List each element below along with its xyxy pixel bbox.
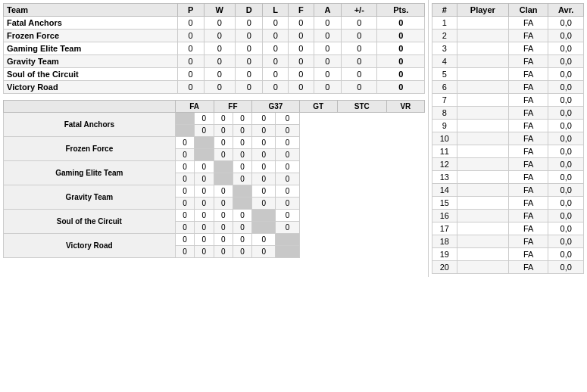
player-num: 17 [432,222,457,235]
standings-a: 0 [314,55,341,68]
matrix-cell: 0 [175,161,194,173]
player-header-avr: Avr. [548,4,584,17]
player-clan: FA [508,184,548,197]
player-num: 7 [432,94,457,107]
main-container: Team P W D L F A +/- Pts. Fatal Anchors … [0,0,587,277]
player-header-clan: Clan [508,4,548,17]
standings-a: 0 [314,42,341,55]
player-name [457,222,508,235]
matrix-cell: 0 [252,185,276,198]
player-name [457,120,508,132]
matrix-row: Victory Road00000 [4,234,425,246]
standings-w: 0 [204,30,236,42]
player-clan: FA [508,210,548,222]
matrix-cell [233,185,251,198]
matrix-cell [276,234,299,246]
player-clan: FA [508,145,548,158]
matrix-cell: 0 [233,137,251,149]
player-num: 13 [432,171,457,184]
player-name [457,42,508,55]
player-row: 20 FA 0,0 [432,261,584,274]
player-row: 11 FA 0,0 [432,145,584,158]
standings-a: 0 [314,81,341,94]
player-name [457,248,508,261]
standings-f: 0 [289,30,314,42]
matrix-cell: 0 [276,125,299,137]
matrix-col-header: STC [337,101,386,113]
matrix-cell [195,137,214,149]
player-num: 19 [432,248,457,261]
matrix-cell: 0 [252,149,276,161]
player-avr: 0,0 [548,171,584,184]
matrix-row: Soul of the Circuit00000 [4,210,425,222]
matrix-cell: 0 [252,113,276,125]
matrix-cell: 0 [195,246,214,258]
player-avr: 0,0 [548,158,584,171]
player-row: 1 FA 0,0 [432,17,584,30]
matrix-row: Gaming Elite Team00000 [4,161,425,173]
player-num: 20 [432,261,457,274]
standings-w: 0 [204,68,236,81]
matrix-cell: 0 [175,149,194,161]
player-clan: FA [508,68,548,81]
standings-team-name: Soul of the Circuit [4,68,178,81]
player-clan: FA [508,30,548,42]
player-avr: 0,0 [548,94,584,107]
standings-pts: 0 [377,42,425,55]
standings-l: 0 [263,17,289,30]
player-num: 1 [432,17,457,30]
matrix-cell: 0 [252,246,276,258]
matrix-cell [252,210,276,222]
standings-p: 0 [177,17,204,30]
player-num: 11 [432,145,457,158]
matrix-col-header: FF [214,101,252,113]
player-row: 10 FA 0,0 [432,132,584,145]
standings-pts: 0 [377,17,425,30]
matrix-row: Fatal Anchors00000 [4,113,425,125]
player-name [457,145,508,158]
right-panel: # Player Clan Avr. 1 FA 0,0 2 FA 0,0 3 F… [428,0,587,277]
player-num: 2 [432,30,457,42]
player-avr: 0,0 [548,42,584,55]
standings-l: 0 [263,30,289,42]
standings-header-l: L [263,4,289,17]
left-panel: Team P W D L F A +/- Pts. Fatal Anchors … [0,0,428,277]
standings-pts: 0 [377,55,425,68]
matrix-cell: 0 [195,113,214,125]
player-avr: 0,0 [548,30,584,42]
player-row: 6 FA 0,0 [432,81,584,94]
player-row: 14 FA 0,0 [432,184,584,197]
standings-p: 0 [177,55,204,68]
player-avr: 0,0 [548,120,584,132]
player-row: 15 FA 0,0 [432,197,584,210]
player-num: 6 [432,81,457,94]
standings-header-pm: +/- [342,4,377,17]
player-row: 17 FA 0,0 [432,222,584,235]
player-name [457,132,508,145]
player-avr: 0,0 [548,210,584,222]
standings-w: 0 [204,17,236,30]
player-clan: FA [508,17,548,30]
standings-pm: 0 [342,68,377,81]
matrix-cell: 0 [233,161,251,173]
matrix-cell: 0 [233,125,251,137]
standings-header-team: Team [4,4,178,17]
matrix-cell: 0 [214,185,233,198]
matrix-cell [175,125,194,137]
player-clan: FA [508,248,548,261]
matrix-cell: 0 [276,173,299,185]
player-header-player: Player [457,4,508,17]
player-clan: FA [508,222,548,235]
matrix-cell: 0 [276,222,299,234]
standings-l: 0 [263,81,289,94]
player-name [457,158,508,171]
player-name [457,81,508,94]
player-clan: FA [508,171,548,184]
player-num: 14 [432,184,457,197]
player-avr: 0,0 [548,68,584,81]
player-table: # Player Clan Avr. 1 FA 0,0 2 FA 0,0 3 F… [432,3,584,274]
standings-team-name: Gaming Elite Team [4,42,178,55]
player-row: 3 FA 0,0 [432,42,584,55]
player-name [457,107,508,120]
matrix-cell: 0 [252,234,276,246]
